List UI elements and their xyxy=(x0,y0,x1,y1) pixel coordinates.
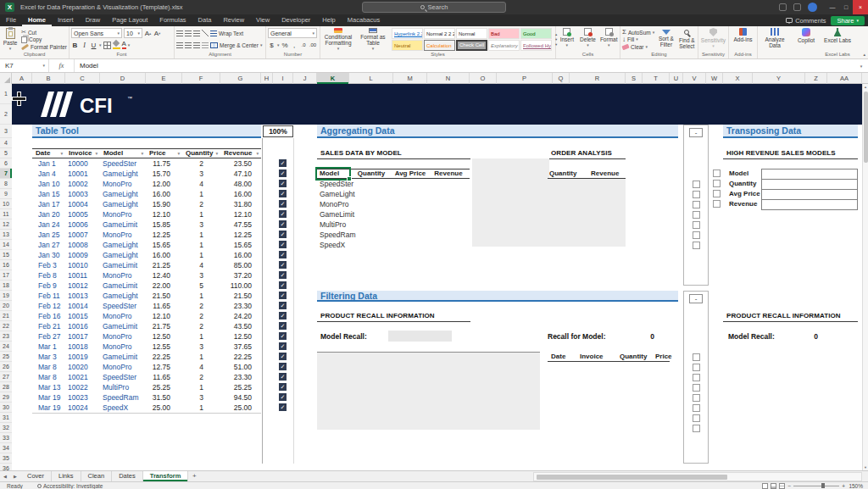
cell-E25[interactable]: 22.25 xyxy=(146,352,182,362)
cell-D22[interactable]: GameLimit xyxy=(100,321,146,331)
cell-F28[interactable]: 1 xyxy=(182,382,220,392)
cell-F12[interactable]: 3 xyxy=(182,219,220,230)
cell-K11[interactable]: GameLimit xyxy=(317,209,385,219)
cell-D21[interactable]: MonoPro xyxy=(100,311,146,321)
cell-E10[interactable]: 15.90 xyxy=(146,199,182,209)
cell-F11[interactable]: 1 xyxy=(182,209,220,219)
search-box[interactable]: Search xyxy=(362,2,506,13)
row-header-33[interactable]: 33 xyxy=(0,433,12,443)
transpose-checkbox-9[interactable] xyxy=(713,190,721,197)
cell-F13[interactable]: 1 xyxy=(182,230,220,240)
cell-D27[interactable]: SpeedSter xyxy=(100,372,146,382)
recall-filter-checkbox-31[interactable] xyxy=(693,414,700,422)
row-header-4[interactable]: 4 xyxy=(0,138,12,148)
page-break-view-button[interactable] xyxy=(779,483,785,489)
sheet-canvas[interactable]: 1234567891011121314151617181920212223242… xyxy=(0,84,862,470)
cell-B22[interactable]: Feb 21 xyxy=(32,321,65,331)
cell-E16[interactable]: 21.25 xyxy=(146,260,182,270)
ribbon-tab-draw[interactable]: Draw xyxy=(80,14,107,26)
cell-C26[interactable]: 10020 xyxy=(65,362,100,372)
ribbon-tab-file[interactable]: File xyxy=(0,14,22,26)
cell-C9[interactable]: 10003 xyxy=(65,189,100,199)
cell-B26[interactable]: Mar 8 xyxy=(32,362,65,372)
row-header-1[interactable]: 1 xyxy=(0,84,12,104)
cell-E6[interactable]: 11.75 xyxy=(146,158,182,169)
cell-G10[interactable]: 31.80 xyxy=(220,199,261,209)
row-header-24[interactable]: 24 xyxy=(0,342,12,352)
borders-button[interactable] xyxy=(103,42,111,49)
cell-D6[interactable]: SpeedSter xyxy=(100,158,146,169)
cell-B9[interactable]: Jan 15 xyxy=(32,189,65,199)
row-header-3[interactable]: 3 xyxy=(0,125,12,138)
cell-E9[interactable]: 16.00 xyxy=(146,189,182,199)
row-header-22[interactable]: 22 xyxy=(0,321,12,331)
align-center-button[interactable] xyxy=(185,42,192,48)
ribbon-tab-data[interactable]: Data xyxy=(192,14,218,26)
column-header-z[interactable]: Z xyxy=(805,73,827,84)
cell-F23[interactable]: 1 xyxy=(182,331,220,342)
recall-filter-checkbox-29[interactable] xyxy=(693,394,700,402)
row-header-32[interactable]: 32 xyxy=(0,423,12,433)
cell-style-followed-hy-[interactable]: Followed Hy... xyxy=(520,40,552,51)
row-checkbox-23[interactable]: ✓ xyxy=(279,332,287,340)
row-header-16[interactable]: 16 xyxy=(0,260,12,270)
column-header-n[interactable]: N xyxy=(427,73,470,84)
row-checkbox-25[interactable]: ✓ xyxy=(279,353,287,360)
cell-G8[interactable]: 48.00 xyxy=(220,179,261,189)
row-header-35[interactable]: 35 xyxy=(0,453,12,464)
align-bottom-button[interactable] xyxy=(193,31,200,36)
page-layout-view-button[interactable] xyxy=(771,483,776,489)
cell-E22[interactable]: 21.75 xyxy=(146,321,182,331)
cell-G23[interactable]: 12.50 xyxy=(220,331,261,342)
cell-F19[interactable]: 1 xyxy=(182,291,220,301)
cell-L7[interactable]: Quantity xyxy=(349,169,393,179)
clear-button[interactable]: Clear▾ xyxy=(622,43,654,50)
close-button[interactable]: × xyxy=(853,0,868,14)
cell-R7[interactable]: Revenue xyxy=(591,169,628,179)
cell-G6[interactable]: 23.50 xyxy=(220,158,261,169)
column-header-d[interactable]: D xyxy=(100,73,146,84)
cell-C25[interactable]: 10019 xyxy=(65,352,100,362)
row-header-25[interactable]: 25 xyxy=(0,352,12,362)
cell-C6[interactable]: 10000 xyxy=(65,158,100,169)
column-header-b[interactable]: B xyxy=(32,73,65,84)
row-checkbox-22[interactable]: ✓ xyxy=(279,322,287,330)
collapse-ribbon-button[interactable]: ▴ xyxy=(863,52,865,57)
recall-filter-checkbox-27[interactable] xyxy=(693,374,700,381)
row-checkbox-13[interactable]: ✓ xyxy=(279,231,287,238)
column-header-a[interactable]: A xyxy=(12,73,32,84)
cell-style-normal[interactable]: Normal xyxy=(456,28,487,39)
sensitivity-button[interactable]: Sensitivity▾ xyxy=(700,28,726,51)
sheet-tab-dates[interactable]: Dates xyxy=(112,471,143,481)
cell-F29[interactable]: 3 xyxy=(182,392,220,403)
cell-C13[interactable]: 10007 xyxy=(65,230,100,240)
cell-F30[interactable]: 1 xyxy=(182,403,220,413)
cell-E11[interactable]: 12.10 xyxy=(146,209,182,219)
cell-style-neutral[interactable]: Neutral xyxy=(392,40,423,51)
cell-C28[interactable]: 10022 xyxy=(65,382,100,392)
name-box[interactable]: K7▾ xyxy=(0,59,49,72)
row-header-14[interactable]: 14 xyxy=(0,240,12,250)
cell-D20[interactable]: SpeedSter xyxy=(100,301,146,311)
transpose-checkbox-8[interactable] xyxy=(713,180,721,187)
row-header-17[interactable]: 17 xyxy=(0,270,12,281)
cell-G17[interactable]: 37.20 xyxy=(220,270,261,281)
row-checkbox-28[interactable]: ✓ xyxy=(279,383,287,391)
column-header-u[interactable]: U xyxy=(670,73,683,84)
row-header-15[interactable]: 15 xyxy=(0,250,12,260)
model-filter-checkbox-8[interactable] xyxy=(693,181,700,188)
ribbon-tab-view[interactable]: View xyxy=(250,14,275,26)
cell-C16[interactable]: 10010 xyxy=(65,260,100,270)
row-checkbox-10[interactable]: ✓ xyxy=(279,200,287,208)
cell-D11[interactable]: MonoPro xyxy=(100,209,146,219)
row-header-19[interactable]: 19 xyxy=(0,291,12,301)
cell-G29[interactable]: 94.50 xyxy=(220,392,261,403)
cell-G26[interactable]: 51.00 xyxy=(220,362,261,372)
zoom-in-button[interactable]: + xyxy=(842,483,845,489)
cell-D26[interactable]: MonoPro xyxy=(100,362,146,372)
column-header-i[interactable]: I xyxy=(273,73,293,84)
cell-G20[interactable]: 23.30 xyxy=(220,301,261,311)
formula-bar-input[interactable]: Model xyxy=(75,59,854,72)
cell-N7[interactable]: Revenue xyxy=(427,169,470,179)
row-checkbox-14[interactable]: ✓ xyxy=(279,241,287,248)
